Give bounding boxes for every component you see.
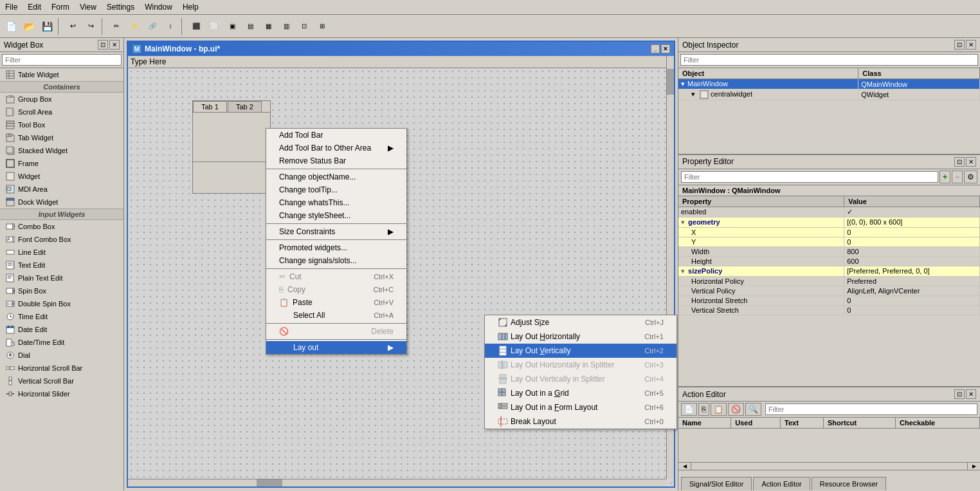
menu-file[interactable]: File xyxy=(0,1,23,13)
ae-nav-btn[interactable]: 🔍 xyxy=(745,403,761,416)
tb-layout-vs[interactable]: ▤ xyxy=(242,18,259,35)
wb-item-scroll-area[interactable]: Scroll Area xyxy=(0,106,123,118)
sm-layout-v[interactable]: Lay Out Vertically Ctrl+2 xyxy=(485,344,676,358)
cm-delete[interactable]: 🚫 Delete xyxy=(266,325,406,338)
menu-window[interactable]: Window xyxy=(140,1,177,13)
pe-val-x[interactable]: 0 xyxy=(844,227,980,237)
sm-layout-form[interactable]: Lay Out in a Form Layout Ctrl+6 xyxy=(485,400,676,414)
cm-size-constraints[interactable]: Size Constraints ▶ xyxy=(266,225,406,238)
wb-item-combo-box[interactable]: ▾ Combo Box xyxy=(0,220,123,233)
form-hscrollbar[interactable] xyxy=(128,479,666,486)
ae-scroll-right[interactable]: ▶ xyxy=(967,463,980,470)
form-extra-widget[interactable] xyxy=(192,162,269,194)
wb-item-plain-text-edit[interactable]: Plain Text Edit xyxy=(0,272,123,284)
tb-redo[interactable]: ↪ xyxy=(82,18,99,35)
ae-filter-input[interactable] xyxy=(765,403,977,415)
pe-val-enabled[interactable]: ✓ xyxy=(844,207,980,217)
wb-item-h-scrollbar[interactable]: Horizontal Scroll Bar xyxy=(0,362,123,375)
cm-copy[interactable]: ⎘ Copy Ctrl+C xyxy=(266,283,406,296)
wb-item-group-box[interactable]: GB Group Box xyxy=(0,93,123,106)
oi-restore-btn[interactable]: ⊡ xyxy=(954,40,965,50)
widget-box-filter-input[interactable] xyxy=(2,54,122,66)
ae-paste-btn[interactable]: 📋 xyxy=(711,403,727,416)
wb-item-table-widget[interactable]: Table Widget xyxy=(0,68,123,81)
tab-action-editor[interactable]: Action Editor xyxy=(753,477,810,490)
pe-row-x[interactable]: X 0 xyxy=(678,227,980,237)
pe-val-hpolicy[interactable]: Preferred xyxy=(844,276,980,286)
cm-layout[interactable]: Lay out ▶ xyxy=(266,341,406,354)
tb-layout-hs[interactable]: ▣ xyxy=(224,18,240,35)
tb-save[interactable]: 💾 xyxy=(39,18,55,35)
tb-buddy[interactable]: 🔗 xyxy=(144,18,161,35)
form-menubar[interactable]: Type Here xyxy=(128,56,674,68)
pe-val-width[interactable]: 800 xyxy=(844,246,980,256)
sizepolicy-expand-icon[interactable]: ▾ xyxy=(681,267,685,275)
tb-new[interactable]: 📄 xyxy=(3,18,19,35)
pe-val-vstretch[interactable]: 0 xyxy=(844,305,980,315)
wb-item-time-edit[interactable]: Time Edit xyxy=(0,310,123,323)
form-type-here[interactable]: Type Here xyxy=(131,57,166,66)
ae-copy-btn[interactable]: ⎘ xyxy=(698,403,709,416)
sm-adjust-size[interactable]: Adjust Size Ctrl+J xyxy=(485,315,676,329)
tb-undo[interactable]: ↩ xyxy=(64,18,81,35)
ae-delete-btn[interactable]: 🚫 xyxy=(728,403,744,416)
wb-item-v-scrollbar[interactable]: Vertical Scroll Bar xyxy=(0,375,123,387)
tab-signal-slot[interactable]: Signal/Slot Editor xyxy=(681,477,752,490)
wb-item-widget[interactable]: Widget xyxy=(0,170,123,183)
pe-row-hpolicy[interactable]: Horizontal Policy Preferred xyxy=(678,276,980,286)
cm-cut[interactable]: ✂ Cut Ctrl+X xyxy=(266,270,406,283)
ae-hscrollbar[interactable]: ◀ ▶ xyxy=(678,462,980,470)
form-vscroll-thumb[interactable] xyxy=(667,69,674,95)
form-tab-2[interactable]: Tab 2 xyxy=(228,101,262,112)
ae-scroll-left[interactable]: ◀ xyxy=(678,463,691,470)
pe-val-y[interactable]: 0 xyxy=(844,237,980,246)
wb-item-datetime-edit[interactable]: Date/Time Edit xyxy=(0,336,123,349)
sm-break-layout[interactable]: Break Layout Ctrl+0 xyxy=(485,414,676,429)
wb-item-tool-box[interactable]: Tool Box xyxy=(0,118,123,131)
ae-restore-btn[interactable]: ⊡ xyxy=(954,389,965,399)
cm-change-whatsthis[interactable]: Change whatsThis... xyxy=(266,196,406,209)
ae-new-btn[interactable]: 📄 xyxy=(681,403,697,416)
pe-row-hstretch[interactable]: Horizontal Stretch 0 xyxy=(678,295,980,305)
form-minimize-btn[interactable]: _ xyxy=(651,44,660,53)
tb-break-layout[interactable]: ⊡ xyxy=(296,18,313,35)
wb-item-frame[interactable]: Frame xyxy=(0,157,123,170)
pe-row-geometry[interactable]: ▾ geometry [(0, 0), 800 x 600] xyxy=(678,217,980,227)
cm-paste[interactable]: 📋 Paste Ctrl+V xyxy=(266,296,406,309)
wb-item-mdi-area[interactable]: MDI Area xyxy=(0,183,123,196)
tb-widget-editor[interactable]: ✏ xyxy=(108,18,125,35)
pe-row-vstretch[interactable]: Vertical Stretch 0 xyxy=(678,305,980,315)
wb-item-date-edit[interactable]: Date Edit xyxy=(0,323,123,336)
tb-signal-slot[interactable]: ⚡ xyxy=(126,18,143,35)
cm-select-all[interactable]: Select All Ctrl+A xyxy=(266,309,406,322)
oi-close-btn[interactable]: ✕ xyxy=(966,40,976,50)
pe-close-btn[interactable]: ✕ xyxy=(966,157,976,167)
tb-layout-grid[interactable]: ▦ xyxy=(260,18,277,35)
cm-change-objectname[interactable]: Change objectName... xyxy=(266,171,406,183)
sm-layout-hs[interactable]: Lay Out Horizontally in Splitter Ctrl+3 xyxy=(485,358,676,372)
cm-add-toolbar[interactable]: Add Tool Bar xyxy=(266,129,406,142)
tb-tab-order[interactable]: ↕ xyxy=(162,18,179,35)
menu-view[interactable]: View xyxy=(75,1,102,13)
pe-row-y[interactable]: Y 0 xyxy=(678,237,980,246)
pe-configure-btn[interactable]: ⚙ xyxy=(964,171,977,183)
tb-layout-form[interactable]: ▥ xyxy=(278,18,295,35)
cm-remove-statusbar[interactable]: Remove Status Bar xyxy=(266,154,406,167)
tb-layout-h[interactable]: ⬛ xyxy=(188,18,204,35)
form-tab-1[interactable]: Tab 1 xyxy=(193,101,227,112)
tb-adjust-size[interactable]: ⊞ xyxy=(314,18,331,35)
cm-promoted-widgets[interactable]: Promoted widgets... xyxy=(266,241,406,254)
ae-close-btn[interactable]: ✕ xyxy=(966,389,976,399)
pe-row-enabled[interactable]: enabled ✓ xyxy=(678,207,980,217)
pe-val-geometry[interactable]: [(0, 0), 800 x 600] xyxy=(844,217,980,227)
sm-layout-vs[interactable]: Lay Out Vertically in Splitter Ctrl+4 xyxy=(485,372,676,386)
oi-filter-input[interactable] xyxy=(680,54,978,66)
pe-val-hstretch[interactable]: 0 xyxy=(844,295,980,305)
pe-row-height[interactable]: Height 600 xyxy=(678,256,980,266)
wb-item-font-combo-box[interactable]: A Font Combo Box xyxy=(0,233,123,246)
pe-val-height[interactable]: 600 xyxy=(844,256,980,266)
pe-restore-btn[interactable]: ⊡ xyxy=(954,157,965,167)
cm-change-tooltip[interactable]: Change toolTip... xyxy=(266,183,406,196)
pe-remove-btn[interactable]: − xyxy=(952,171,963,183)
tb-open[interactable]: 📂 xyxy=(21,18,37,35)
